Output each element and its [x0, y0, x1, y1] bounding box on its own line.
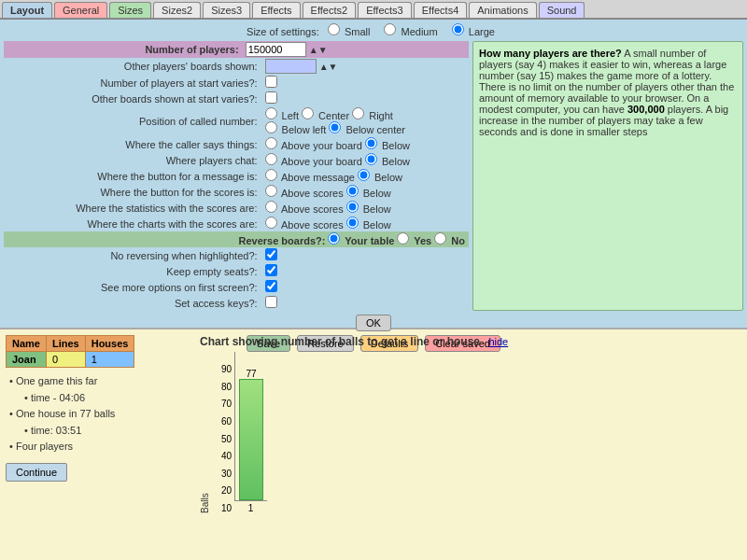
scbtn-below-radio[interactable] — [346, 185, 359, 197]
chat-above-radio[interactable] — [265, 153, 277, 165]
score-header-name: Name — [7, 336, 47, 352]
num-start-check[interactable] — [265, 76, 277, 88]
chat-radios: Above your board Below — [261, 152, 469, 168]
size-small-label[interactable]: Small — [328, 26, 371, 37]
num-players-input[interactable] — [246, 42, 306, 57]
charts-below-radio[interactable] — [346, 217, 359, 229]
msg-above-radio[interactable] — [265, 169, 277, 181]
caller-radios: Above your board Below — [261, 136, 469, 152]
caller-below-radio[interactable] — [365, 137, 377, 149]
num-players-spinner[interactable]: ▲▼ — [309, 45, 328, 55]
msg-below-label[interactable]: Below — [358, 172, 402, 183]
continue-button[interactable]: Continue — [6, 463, 67, 482]
charts-below-label[interactable]: Below — [346, 219, 391, 231]
pos-right-radio[interactable] — [352, 107, 364, 119]
pos-right-label[interactable]: Right — [352, 110, 393, 121]
score-table: Name Lines Houses Joan 0 1 — [6, 335, 134, 368]
tab-effects4[interactable]: Effects4 — [414, 2, 468, 18]
rev-no-radio[interactable] — [434, 232, 446, 245]
hide-link[interactable]: hide — [488, 336, 508, 347]
rev-table-radio[interactable] — [328, 232, 340, 245]
ok-button[interactable]: OK — [356, 315, 391, 331]
y-80: 80 — [212, 382, 232, 392]
size-large-radio[interactable] — [452, 23, 464, 35]
tab-animations[interactable]: Animations — [469, 2, 536, 18]
message-label: Where the button for a message is: — [4, 168, 261, 184]
size-small-radio[interactable] — [328, 23, 340, 35]
stats-below-radio[interactable] — [346, 201, 359, 213]
rev-yes-label[interactable]: Yes — [397, 235, 431, 246]
size-medium-label[interactable]: Medium — [384, 26, 437, 37]
tab-effects3[interactable]: Effects3 — [358, 2, 412, 18]
scbtn-below-label[interactable]: Below — [346, 188, 391, 199]
pos-center-label[interactable]: Center — [302, 110, 349, 121]
caller-below-label[interactable]: Below — [365, 140, 410, 151]
score-joan-lines: 0 — [46, 352, 85, 368]
chat-below-radio[interactable] — [365, 153, 377, 165]
scbtn-above-radio[interactable] — [265, 185, 277, 197]
pos-left-radio[interactable] — [265, 107, 277, 119]
more-opts-check[interactable] — [265, 280, 277, 292]
size-large-label[interactable]: Large — [452, 26, 495, 37]
size-label: Size of settings: — [247, 26, 319, 37]
chat-row: Where players chat: Above your board Bel… — [4, 152, 469, 168]
msg-below-radio[interactable] — [358, 169, 370, 181]
tab-sound[interactable]: Sound — [539, 2, 585, 18]
caller-row: Where the caller says things: Above your… — [4, 136, 469, 152]
other-boards-label: Other players' boards shown: — [4, 58, 261, 75]
caller-above-label[interactable]: Above your board — [265, 140, 362, 151]
size-medium-radio[interactable] — [384, 23, 396, 35]
settings-table: Number of players: ▲▼ Other players' boa… — [4, 41, 469, 311]
bullet-3: time: 03:51 — [6, 423, 192, 440]
rev-table-label[interactable]: Your table — [328, 235, 394, 246]
charts-above-label[interactable]: Above scores — [265, 219, 344, 231]
no-reverse-check[interactable] — [265, 248, 277, 260]
tab-sizes[interactable]: Sizes — [109, 2, 151, 18]
pos-center-radio[interactable] — [302, 107, 314, 119]
tab-effects2[interactable]: Effects2 — [303, 2, 357, 18]
tab-effects[interactable]: Effects — [252, 2, 300, 18]
stats-above-radio[interactable] — [265, 201, 277, 213]
num-start-label: Number of players at start varies?: — [4, 75, 261, 91]
pos-belowleft-radio[interactable] — [265, 121, 277, 133]
access-check[interactable] — [265, 296, 277, 308]
rev-no-label[interactable]: No — [434, 235, 465, 246]
other-start-label: Other boards shown at start varies?: — [4, 91, 261, 106]
stats-above-label[interactable]: Above scores — [265, 203, 344, 215]
y-60: 60 — [212, 416, 232, 427]
other-start-check-cell — [261, 91, 469, 106]
score-header-lines: Lines — [46, 336, 85, 352]
pos-belowcenter-label[interactable]: Below center — [329, 124, 405, 135]
scbtn-above-label[interactable]: Above scores — [265, 188, 344, 199]
charts-above-radio[interactable] — [265, 217, 277, 229]
charts-row: Where the charts with the scores are: Ab… — [4, 216, 469, 231]
info-bold1: How many players are there? — [479, 48, 622, 59]
other-boards-spinner[interactable]: ▲▼ — [319, 62, 338, 72]
tab-layout[interactable]: Layout — [2, 2, 52, 18]
tab-sizes3[interactable]: Sizes3 — [203, 2, 250, 18]
stats-below-label[interactable]: Below — [346, 203, 391, 215]
info-bold2: 300,000 — [627, 104, 665, 115]
message-row: Where the button for a message is: Above… — [4, 168, 469, 184]
chart-container: Balls 90 80 70 60 50 40 30 20 10 77 — [200, 352, 741, 513]
other-start-check[interactable] — [265, 91, 277, 104]
chat-above-label[interactable]: Above your board — [265, 156, 362, 167]
chat-below-label[interactable]: Below — [365, 156, 410, 167]
reverse-header: Reverse boards?: Your table Yes No — [4, 231, 469, 247]
tab-sizes2[interactable]: Sizes2 — [153, 2, 201, 18]
other-boards-input[interactable] — [265, 59, 317, 74]
caller-above-radio[interactable] — [265, 137, 277, 149]
reverse-row: Reverse boards?: Your table Yes No — [4, 231, 469, 247]
bullet-1: time - 04:06 — [6, 390, 192, 407]
keep-empty-check[interactable] — [265, 264, 277, 276]
rev-yes-radio[interactable] — [397, 232, 409, 245]
keep-empty-row: Keep empty seats?: — [4, 263, 469, 279]
pos-belowleft-label[interactable]: Below left — [265, 124, 327, 135]
charts-label: Where the charts with the scores are: — [4, 216, 261, 231]
pos-belowcenter-radio[interactable] — [329, 121, 341, 133]
chart-bars-area: 77 1 — [234, 352, 267, 513]
more-opts-label: See more options on first screen?: — [4, 279, 261, 295]
pos-left-label[interactable]: Left — [265, 110, 299, 121]
msg-above-label[interactable]: Above message — [265, 172, 355, 183]
tab-general[interactable]: General — [54, 2, 107, 18]
